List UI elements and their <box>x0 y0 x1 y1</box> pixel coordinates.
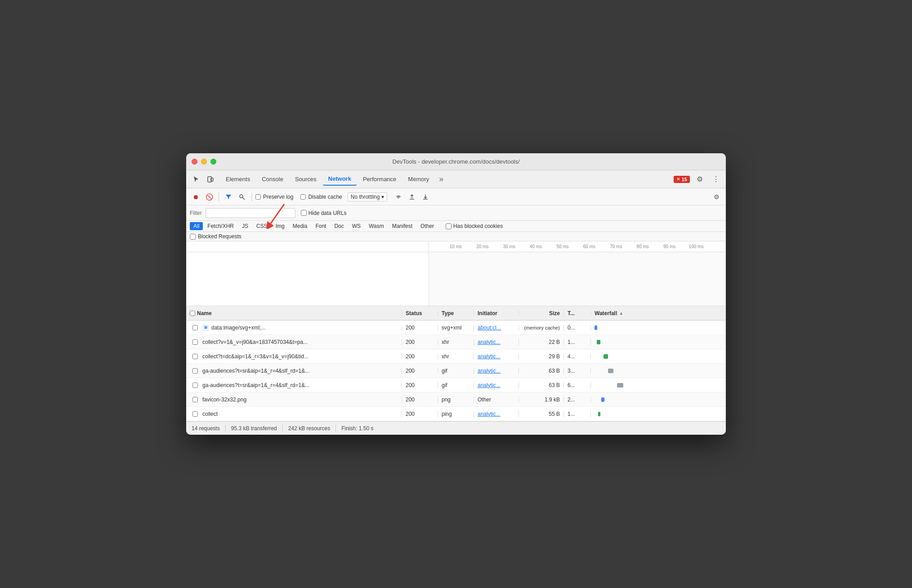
blocked-requests-label[interactable]: Blocked Requests <box>190 233 241 240</box>
wifi-icon[interactable] <box>393 191 404 203</box>
type-btn-other[interactable]: Other <box>417 222 438 230</box>
table-row[interactable]: collect 200 ping analytic... 55 B 1... <box>186 407 726 421</box>
type-btn-fetch-xhr[interactable]: Fetch/XHR <box>204 222 237 230</box>
row-type: xhr <box>438 353 474 360</box>
tab-performance[interactable]: Performance <box>358 173 402 185</box>
row-name-cell: collect <box>186 411 402 417</box>
close-button[interactable] <box>192 159 197 165</box>
row-waterfall <box>591 325 726 330</box>
row-checkbox[interactable] <box>192 325 198 330</box>
tab-sources[interactable]: Sources <box>290 173 322 185</box>
table-row[interactable]: collect?t=dc&aip=1&_r=3&v=1&_v=j90&tid..… <box>186 349 726 364</box>
filter-icon[interactable] <box>223 191 234 203</box>
timeline-mark-50ms: 50 ms <box>556 244 568 249</box>
hide-data-urls-label[interactable]: Hide data URLs <box>301 210 347 216</box>
download-icon[interactable] <box>420 191 431 203</box>
table-row[interactable]: ⊞ data:image/svg+xml;... 200 svg+xml abo… <box>186 321 726 335</box>
type-btn-js[interactable]: JS <box>238 222 252 230</box>
preserve-log-label[interactable]: Preserve log <box>255 194 293 200</box>
disable-cache-checkbox[interactable] <box>300 194 306 200</box>
row-checkbox[interactable] <box>192 383 198 388</box>
tab-memory[interactable]: Memory <box>402 173 434 185</box>
titlebar: DevTools - developer.chrome.com/docs/dev… <box>186 153 726 170</box>
timeline-mark-40ms: 40 ms <box>530 244 542 249</box>
more-tabs-icon[interactable]: » <box>436 173 446 186</box>
col-header-size: Size <box>519 310 564 316</box>
type-filters: All Fetch/XHR JS CSS Img Media Font Doc … <box>186 221 726 232</box>
timeline-mark-90ms: 90 ms <box>663 244 675 249</box>
error-badge[interactable]: ✕ 15 <box>674 176 690 183</box>
row-waterfall <box>591 412 726 416</box>
type-btn-font[interactable]: Font <box>312 222 330 230</box>
row-name-cell: collect?v=1&_v=j90&a=1837457034&t=pa... <box>186 339 402 345</box>
row-waterfall <box>591 354 726 359</box>
disable-cache-label[interactable]: Disable cache <box>300 194 342 200</box>
select-all-checkbox[interactable] <box>190 311 195 316</box>
has-blocked-cookies-label[interactable]: Has blocked cookies <box>446 223 503 229</box>
filter-input[interactable] <box>206 208 295 218</box>
type-btn-all[interactable]: All <box>190 222 203 230</box>
row-status: 200 <box>402 339 438 345</box>
throttle-select[interactable]: No throttling ▾ <box>348 192 388 201</box>
blocked-requests-bar: Blocked Requests <box>186 232 726 241</box>
row-checkbox[interactable] <box>192 368 198 374</box>
waterfall-bar <box>617 383 623 388</box>
row-checkbox[interactable] <box>192 354 198 359</box>
cursor-icon[interactable] <box>190 173 202 186</box>
timeline-mark-10ms: 10 ms <box>450 244 462 249</box>
table-scroll-area[interactable]: ⊞ data:image/svg+xml;... 200 svg+xml abo… <box>186 321 726 421</box>
type-btn-css[interactable]: CSS <box>253 222 271 230</box>
table-row[interactable]: ga-audiences?t=sr&aip=1&_r=4&slf_rd=1&..… <box>186 364 726 378</box>
row-checkbox[interactable] <box>192 397 198 402</box>
tab-console[interactable]: Console <box>256 173 289 185</box>
toolbar-divider-2 <box>251 192 252 201</box>
maximize-button[interactable] <box>210 159 216 165</box>
row-name-text: collect?v=1&_v=j90&a=1837457034&t=pa... <box>202 339 308 345</box>
device-icon[interactable] <box>204 173 217 186</box>
nav-tabs: Elements Console Sources Network Perform… <box>220 173 434 186</box>
type-btn-doc[interactable]: Doc <box>331 222 347 230</box>
svg-file-icon: ⊞ <box>202 325 209 331</box>
row-checkbox[interactable] <box>192 339 198 345</box>
waterfall-bar <box>608 369 613 373</box>
minimize-button[interactable] <box>201 159 207 165</box>
upload-icon[interactable] <box>406 191 418 203</box>
blocked-requests-checkbox[interactable] <box>190 234 196 240</box>
waterfall-bar <box>604 354 608 359</box>
type-btn-img[interactable]: Img <box>272 222 288 230</box>
type-filters-wrapper: All Fetch/XHR JS CSS Img Media Font Doc … <box>186 221 726 232</box>
row-type: svg+xml <box>438 325 474 331</box>
row-status: 200 <box>402 325 438 331</box>
preserve-log-checkbox[interactable] <box>255 194 261 200</box>
row-waterfall <box>591 369 726 373</box>
type-btn-manifest[interactable]: Manifest <box>389 222 416 230</box>
table-row[interactable]: ga-audiences?t=sr&aip=1&_r=4&slf_rd=1&..… <box>186 378 726 392</box>
type-btn-wasm[interactable]: Wasm <box>365 222 388 230</box>
toolbar-divider-1 <box>219 192 219 201</box>
tab-network[interactable]: Network <box>323 173 357 186</box>
settings-gear-icon[interactable]: ⚙ <box>711 191 722 203</box>
type-btn-media[interactable]: Media <box>289 222 311 230</box>
col-header-waterfall: Waterfall ▲ <box>591 310 726 316</box>
row-size: 1.9 kB <box>519 396 564 403</box>
record-button[interactable]: ⏺ <box>190 191 201 203</box>
tab-elements[interactable]: Elements <box>220 173 255 185</box>
clear-button[interactable]: 🚫 <box>203 191 215 203</box>
settings-icon[interactable]: ⚙ <box>693 173 706 186</box>
timeline-body <box>186 252 726 306</box>
table-row[interactable]: favicon-32x32.png 200 png Other 1.9 kB 2… <box>186 392 726 407</box>
hide-data-urls-checkbox[interactable] <box>301 210 307 216</box>
filter-label: Filter <box>190 210 202 216</box>
row-size: 29 B <box>519 353 564 360</box>
has-blocked-cookies-checkbox[interactable] <box>446 223 452 229</box>
row-time: 1... <box>564 339 591 345</box>
error-count: 15 <box>682 177 687 182</box>
row-time: 3... <box>564 368 591 374</box>
row-checkbox[interactable] <box>192 411 198 417</box>
table-row[interactable]: collect?v=1&_v=j90&a=1837457034&t=pa... … <box>186 335 726 349</box>
more-options-icon[interactable]: ⋮ <box>710 173 722 186</box>
timeline-marks: 10 ms 20 ms 30 ms 40 ms 50 ms 60 ms 70 m… <box>429 241 726 252</box>
search-icon[interactable] <box>236 191 248 203</box>
type-btn-ws[interactable]: WS <box>349 222 364 230</box>
row-initiator: analytic... <box>474 411 519 417</box>
